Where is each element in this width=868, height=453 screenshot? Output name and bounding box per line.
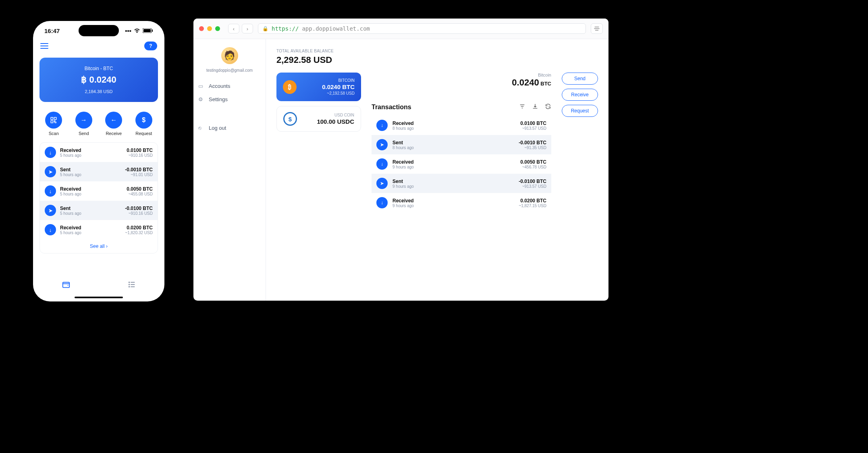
phone-tabbar xyxy=(33,274,164,294)
receive-label: Receive xyxy=(106,131,122,136)
browser-menu-icon[interactable] xyxy=(591,23,603,34)
svg-rect-3 xyxy=(51,117,53,119)
send-icon: ➤ xyxy=(376,178,388,189)
export-icon[interactable] xyxy=(532,103,538,111)
request-button[interactable]: Request xyxy=(562,105,598,117)
download-icon: ↓ xyxy=(45,185,56,197)
sidebar-item-accounts[interactable]: ▭ Accounts xyxy=(198,83,261,89)
tx-fiat: ~91.01 USD xyxy=(125,172,153,177)
tx-fiat: ~455.08 USD xyxy=(127,192,153,196)
tx-type: Sent xyxy=(60,206,121,211)
tx-ago: 5 hours ago xyxy=(60,211,121,216)
wallet-card-bitcoin[interactable]: ₿ BITCOIN 0.0240 BTC ~2,192.58 USD xyxy=(276,73,361,101)
back-button[interactable]: ‹ xyxy=(228,24,239,33)
sidebar-item-logout[interactable]: ⎋ Log out xyxy=(198,125,261,131)
coin-value: 0.0240 xyxy=(512,77,539,87)
logout-icon: ⎋ xyxy=(198,125,205,131)
svg-rect-4 xyxy=(54,117,56,119)
balance-card-title: Bitcoin - BTC xyxy=(44,66,154,71)
tx-amount: 0.0200 BTC xyxy=(519,198,546,204)
sidebar-item-settings[interactable]: ⚙ Settings xyxy=(198,96,261,102)
menu-icon[interactable] xyxy=(40,42,48,50)
tx-ago: 8 hours ago xyxy=(392,145,514,150)
wifi-icon xyxy=(134,27,140,34)
tx-type: Sent xyxy=(392,140,514,145)
tx-fiat: ~910.16 USD xyxy=(127,153,153,158)
url-bar[interactable]: 🔒 https://app.doppiowallet.com xyxy=(258,23,586,34)
receive-button[interactable]: Receive xyxy=(562,89,598,101)
receive-action[interactable]: ← Receive xyxy=(105,112,122,136)
main-content: TOTAL AVAILABLE BALANCE 2,292.58 USD ₿ B… xyxy=(266,39,608,301)
phone-tx-row[interactable]: ↓ Received5 hours ago 0.0050 BTC~455.08 … xyxy=(40,181,158,201)
browser-tx-row[interactable]: ➤ Sent8 hours ago -0.0010 BTC~91.35 USD xyxy=(372,135,551,154)
download-icon: ↓ xyxy=(376,120,388,131)
wallet-tab-icon[interactable] xyxy=(62,280,71,291)
transactions-panel: Bitcoin 0.0240 BTC Transactions xyxy=(372,73,551,212)
phone-tx-row[interactable]: ↓ Received5 hours ago 0.0200 BTC~1,820.3… xyxy=(40,220,158,239)
wallet-list: ₿ BITCOIN 0.0240 BTC ~2,192.58 USD $ USD… xyxy=(276,73,361,132)
svg-point-9 xyxy=(129,284,129,285)
request-action[interactable]: $ Request xyxy=(135,112,152,136)
forward-button[interactable]: › xyxy=(242,24,253,33)
status-time: 16:47 xyxy=(44,27,60,34)
usdc-icon: $ xyxy=(283,112,297,126)
svg-rect-5 xyxy=(51,121,53,123)
tx-amount: -0.0100 BTC xyxy=(519,179,546,184)
list-tab-icon[interactable] xyxy=(127,280,136,291)
balance-label: TOTAL AVAILABLE BALANCE xyxy=(276,49,598,53)
send-label: Send xyxy=(79,131,89,136)
tx-amount: -0.0010 BTC xyxy=(125,167,153,172)
phone-frame: 16:47 ••• ? Bitcoin - BTC ฿ 0.0240 2,184… xyxy=(28,16,169,306)
see-all-link[interactable]: See all › xyxy=(40,239,158,253)
signal-icon: ••• xyxy=(125,27,131,34)
arrow-left-icon: ← xyxy=(105,112,122,129)
tx-type: Received xyxy=(60,186,123,192)
battery-icon xyxy=(143,27,153,34)
tx-type: Received xyxy=(60,148,123,153)
send-button[interactable]: Send xyxy=(562,73,598,85)
avatar[interactable]: 🧑 xyxy=(221,47,238,64)
tx-amount: -0.0100 BTC xyxy=(125,206,153,211)
bitcoin-icon: ₿ xyxy=(283,80,297,94)
phone-tx-row[interactable]: ↓ Received5 hours ago 0.0100 BTC~910.16 … xyxy=(40,143,158,162)
send-action[interactable]: → Send xyxy=(75,112,92,136)
tx-type: Received xyxy=(392,159,515,165)
tx-ago: 5 hours ago xyxy=(60,192,123,196)
svg-point-11 xyxy=(129,287,129,287)
coin-summary: Bitcoin 0.0240 BTC xyxy=(372,73,551,88)
arrow-right-icon: → xyxy=(75,112,92,129)
balance-card[interactable]: Bitcoin - BTC ฿ 0.0240 2,184.38 USD xyxy=(39,58,158,102)
send-button-label: Send xyxy=(574,76,586,81)
tx-fiat: ~910.16 USD xyxy=(125,211,153,216)
minimize-window-icon[interactable] xyxy=(207,26,212,31)
receive-button-label: Receive xyxy=(571,92,588,98)
lock-icon: 🔒 xyxy=(262,26,268,31)
tx-amount: 0.0100 BTC xyxy=(520,121,546,126)
browser-tx-row[interactable]: ↓ Received8 hours ago 0.0100 BTC~913.57 … xyxy=(372,116,551,135)
tx-fiat: ~913.57 USD xyxy=(520,126,546,131)
tx-ago: 5 hours ago xyxy=(60,153,123,158)
balance-card-amount: ฿ 0.0240 xyxy=(44,75,154,85)
close-window-icon[interactable] xyxy=(199,26,204,31)
maximize-window-icon[interactable] xyxy=(215,26,220,31)
tx-amount: 0.0100 BTC xyxy=(127,148,153,153)
transactions-title: Transactions xyxy=(372,104,411,111)
home-indicator[interactable] xyxy=(75,297,123,298)
browser-tx-row[interactable]: ➤ Sent9 hours ago -0.0100 BTC~913.57 USD xyxy=(372,174,551,193)
browser-chrome: ‹ › 🔒 https://app.doppiowallet.com xyxy=(193,19,608,39)
phone-tx-row[interactable]: ➤ Sent5 hours ago -0.0010 BTC~91.01 USD xyxy=(40,162,158,181)
scan-action[interactable]: Scan xyxy=(45,112,62,136)
browser-tx-row[interactable]: ↓ Received9 hours ago 0.0050 BTC~456.78 … xyxy=(372,154,551,174)
help-button[interactable]: ? xyxy=(144,42,157,50)
tx-ago: 5 hours ago xyxy=(60,172,121,177)
browser-tx-row[interactable]: ↓ Received9 hours ago 0.0200 BTC~1,827.1… xyxy=(372,193,551,212)
sidebar-item-label: Log out xyxy=(209,125,226,131)
phone-tx-row[interactable]: ➤ Sent5 hours ago -0.0100 BTC~910.16 USD xyxy=(40,201,158,220)
svg-rect-1 xyxy=(143,29,151,32)
filter-icon[interactable] xyxy=(519,103,525,111)
coin-unit: BTC xyxy=(539,81,551,87)
request-button-label: Request xyxy=(571,108,589,114)
wallet-card-usdc[interactable]: $ USD COIN 100.00 USDC xyxy=(276,106,361,132)
refresh-icon[interactable] xyxy=(545,103,551,111)
request-label: Request xyxy=(135,131,152,136)
